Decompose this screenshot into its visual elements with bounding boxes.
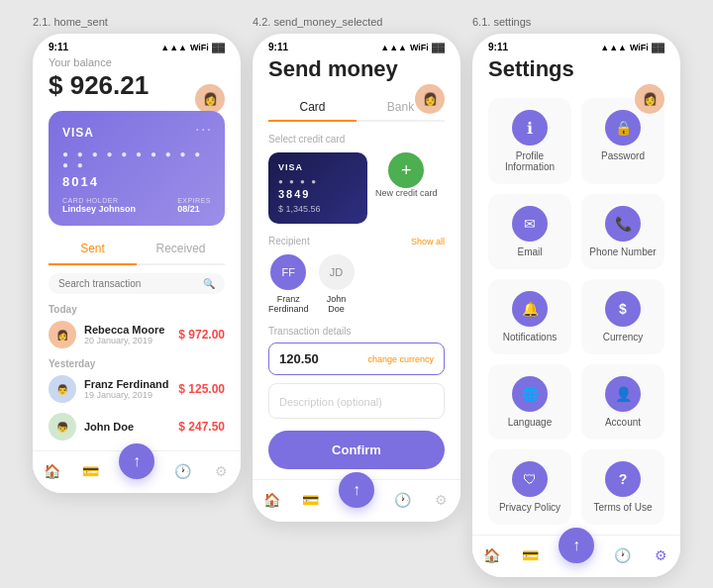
avatar-franz: 👨: [49, 375, 76, 403]
mini-card-brand: VISA: [278, 162, 357, 172]
trans-name-franz: Franz Ferdinand: [84, 378, 170, 390]
send-money-title: Send money: [268, 56, 445, 82]
bottom-nav-3: 🏠 💳 ↑ 🕐 ⚙: [472, 535, 680, 577]
nav-home-3[interactable]: 🏠: [481, 545, 501, 565]
settings-email[interactable]: ✉ Email: [488, 194, 571, 269]
battery-icon-3: ▓▓: [652, 43, 664, 52]
new-card-wrapper: + New credit card: [375, 152, 438, 224]
settings-profile[interactable]: ℹ Profile Information: [488, 98, 571, 184]
tab-sent[interactable]: Sent: [49, 234, 137, 265]
settings-account[interactable]: 👤 Account: [581, 364, 664, 440]
settings-language[interactable]: 🌐 Language: [488, 364, 571, 440]
settings-privacy[interactable]: 🛡 Privacy Policy: [488, 449, 571, 525]
nav-gear-2[interactable]: ⚙: [432, 490, 452, 510]
screen-2-wrapper: 4.2. send_money_selected 9:11 ▲▲▲ WiFi ▓…: [253, 16, 460, 522]
amount-box[interactable]: change currency: [268, 343, 445, 375]
recipient-label: Recipient: [268, 236, 310, 246]
avatar-top-1: 👩: [195, 84, 225, 114]
nav-wallet-2[interactable]: 💳: [300, 490, 320, 510]
card-expiry-label: EXPIRES: [177, 197, 211, 204]
status-time-2: 9:11: [268, 42, 288, 52]
battery-icon: ▓▓: [212, 43, 225, 52]
phone-frame-3: 9:11 ▲▲▲ WiFi ▓▓ 👩 Settings ℹ Profile In…: [472, 34, 680, 577]
tab-card[interactable]: Card: [268, 94, 356, 122]
settings-privacy-icon: 🛡: [512, 461, 548, 497]
card-brand: VISA: [62, 126, 94, 140]
add-new-card-button[interactable]: +: [388, 152, 424, 188]
settings-grid: ℹ Profile Information 🔒 Password ✉ Email…: [488, 98, 664, 525]
show-all-link[interactable]: Show all: [411, 237, 445, 246]
card-footer: CARD HOLDER Lindsey Johnson EXPIRES 08/2…: [62, 197, 211, 214]
nav-gear-3[interactable]: ⚙: [652, 545, 671, 565]
wifi-icon-3: WiFi: [630, 43, 649, 52]
settings-phone-icon: 📞: [605, 206, 641, 242]
status-time-3: 9:11: [488, 42, 508, 52]
recipient-franz[interactable]: FF FranzFerdinand: [268, 254, 309, 314]
trans-amount-rebecca: $ 972.00: [178, 328, 225, 342]
card-menu[interactable]: ···: [195, 121, 213, 137]
settings-notifications[interactable]: 🔔 Notifications: [488, 279, 571, 354]
transaction-details-label: Transaction details: [268, 326, 445, 337]
sent-received-tabs: Sent Received: [49, 234, 225, 265]
mini-card-amount: $ 1,345.56: [278, 204, 357, 214]
bottom-nav-2: 🏠 💳 ↑ 🕐 ⚙: [253, 479, 460, 522]
card-holder-section: CARD HOLDER Lindsey Johnson: [62, 197, 136, 214]
confirm-button[interactable]: Confirm: [268, 431, 445, 469]
visa-card[interactable]: VISA ··· ● ● ● ● ● ● ● ● ● ● ● ● 8014 CA…: [49, 111, 225, 226]
balance-label: Your balance: [49, 56, 225, 68]
phone-frame-1: 9:11 ▲▲▲ WiFi ▓▓ 👩 Your balance $ 926.21…: [33, 34, 241, 493]
description-box[interactable]: Description (optional): [268, 383, 445, 419]
settings-title: Settings: [488, 56, 664, 82]
settings-account-label: Account: [605, 417, 641, 428]
settings-notifications-label: Notifications: [503, 332, 557, 343]
card-dots: ● ● ● ● ● ● ● ● ● ● ● ●: [62, 148, 211, 170]
signal-icon-3: ▲▲▲: [600, 43, 627, 52]
cards-row: VISA ● ● ● ● 3849 $ 1,345.56 + New credi…: [268, 152, 445, 224]
bottom-nav-1: 🏠 💳 ↑ 🕐 ⚙: [33, 450, 241, 493]
transaction-rebecca[interactable]: 👩 Rebecca Moore 20 January, 2019 $ 972.0…: [49, 321, 225, 348]
trans-info-john: John Doe: [84, 421, 170, 433]
search-input[interactable]: [58, 278, 203, 289]
card-expiry-date: 08/21: [177, 204, 211, 214]
transaction-franz[interactable]: 👨 Franz Ferdinand 19 January, 2019 $ 125…: [49, 375, 225, 403]
tab-received[interactable]: Received: [137, 234, 225, 263]
search-icon: 🔍: [203, 278, 215, 289]
status-icons-2: ▲▲▲ WiFi ▓▓: [380, 43, 445, 52]
change-currency-link[interactable]: change currency: [367, 354, 434, 364]
trans-amount-franz: $ 125.00: [178, 382, 225, 396]
nav-clock-2[interactable]: 🕐: [393, 490, 413, 510]
nav-home-2[interactable]: 🏠: [261, 490, 281, 510]
mini-card-1[interactable]: VISA ● ● ● ● 3849 $ 1,345.56: [268, 152, 367, 224]
nav-gear-1[interactable]: ⚙: [212, 461, 232, 481]
avatar-top-2: 👩: [415, 84, 445, 114]
search-box[interactable]: 🔍: [49, 273, 225, 294]
status-icons-3: ▲▲▲ WiFi ▓▓: [600, 43, 664, 52]
card-holder-name: Lindsey Johnson: [62, 204, 136, 214]
settings-privacy-label: Privacy Policy: [499, 502, 560, 513]
settings-language-label: Language: [508, 417, 553, 428]
nav-wallet-1[interactable]: 💳: [80, 461, 100, 481]
signal-icon: ▲▲▲: [160, 43, 187, 52]
nav-home-1[interactable]: 🏠: [42, 461, 61, 481]
amount-input[interactable]: [279, 351, 358, 366]
avatar-john: 👦: [49, 413, 76, 441]
settings-notifications-icon: 🔔: [512, 291, 548, 327]
settings-email-icon: ✉: [512, 206, 548, 242]
trans-date-rebecca: 20 January, 2019: [84, 336, 170, 345]
screen-2-content: 👩 Send money Card Bank Select credit car…: [253, 56, 460, 479]
nav-wallet-3[interactable]: 💳: [520, 545, 540, 565]
settings-terms[interactable]: ? Terms of Use: [581, 449, 664, 525]
signal-icon-2: ▲▲▲: [380, 43, 407, 52]
trans-amount-john: $ 247.50: [178, 420, 225, 434]
recipient-name-franz: FranzFerdinand: [268, 294, 309, 314]
card-holder-label: CARD HOLDER: [62, 197, 136, 204]
settings-password-icon: 🔒: [605, 110, 641, 146]
settings-phone[interactable]: 📞 Phone Number: [581, 194, 664, 269]
transaction-john[interactable]: 👦 John Doe $ 247.50: [49, 413, 225, 441]
recipient-john[interactable]: JD JohnDoe: [319, 254, 355, 314]
nav-clock-3[interactable]: 🕐: [613, 545, 633, 565]
battery-icon-2: ▓▓: [432, 43, 445, 52]
nav-clock-1[interactable]: 🕐: [173, 461, 193, 481]
settings-terms-icon: ?: [605, 461, 641, 497]
settings-currency[interactable]: $ Currency: [581, 279, 664, 354]
